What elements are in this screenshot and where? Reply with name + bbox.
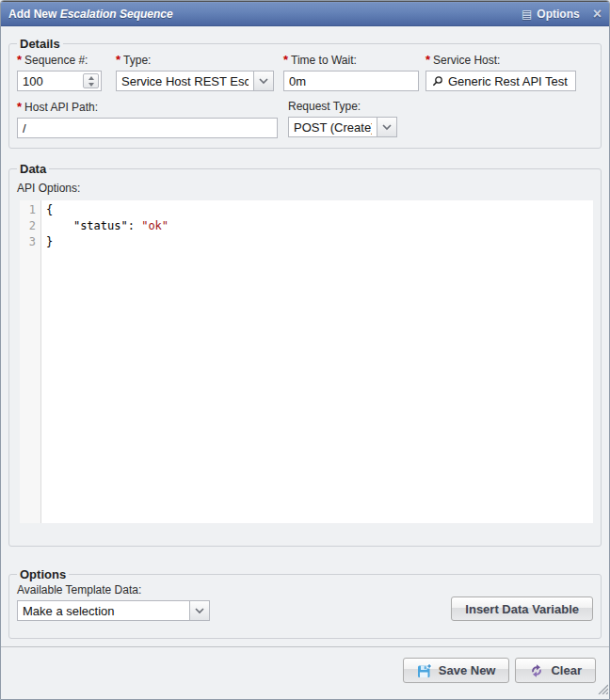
details-row-1: *Sequence #: *Type: [17, 53, 593, 91]
json-property: "status" [73, 219, 128, 232]
code-line: { [46, 202, 593, 218]
sequence-label: *Sequence #: [17, 53, 102, 67]
service-host-field-group: *Service Host: [425, 53, 576, 91]
options-fieldset: Options Available Template Data: Insert … [8, 567, 602, 639]
title-emphasis: Escalation Sequence [60, 8, 173, 21]
search-icon [426, 72, 443, 90]
type-field-group: *Type: [116, 53, 274, 91]
time-to-wait-field-group: *Time to Wait: [283, 53, 419, 91]
required-marker: * [283, 53, 288, 67]
chevron-down-icon[interactable] [377, 118, 396, 136]
required-marker: * [116, 53, 120, 67]
template-data-field-group: Available Template Data: [17, 583, 210, 621]
service-host-label: *Service Host: [425, 53, 576, 67]
insert-data-variable-button[interactable]: Insert Data Variable [451, 597, 593, 621]
type-combobox[interactable] [116, 71, 274, 91]
required-marker: * [425, 53, 430, 67]
code-line: "status": "ok" [46, 218, 593, 234]
api-options-code-editor[interactable]: 1 2 3 { "status": "ok" } [20, 200, 593, 523]
options-row: Available Template Data: Insert Data Var… [17, 583, 593, 621]
time-to-wait-input[interactable] [284, 72, 418, 90]
template-data-label: Available Template Data: [17, 583, 210, 597]
clear-button[interactable]: Clear [515, 658, 596, 683]
host-api-path-field-group: *Host API Path: [17, 100, 278, 138]
options-tool-label: Options [537, 8, 579, 21]
sequence-field-group: *Sequence #: [17, 53, 102, 91]
required-marker: * [17, 100, 22, 114]
title-prefix: Add New [8, 8, 60, 21]
resize-grip-icon[interactable] [597, 681, 608, 698]
data-legend: Data [17, 162, 49, 176]
line-number: 2 [20, 218, 36, 234]
footer-toolbar: Save New Clear [1, 646, 609, 699]
api-options-label: API Options: [17, 182, 593, 195]
floppy-disk-plus-icon [417, 663, 432, 678]
template-data-combobox[interactable] [17, 600, 210, 621]
editor-code-area[interactable]: { "status": "ok" } [41, 200, 593, 523]
spinner-up-icon[interactable] [88, 76, 94, 80]
code-line: } [46, 234, 593, 250]
request-type-field-group: Request Type: [288, 100, 397, 137]
host-api-path-label: *Host API Path: [17, 100, 278, 114]
chevron-down-icon[interactable] [189, 601, 209, 620]
host-api-path-box [17, 118, 278, 138]
time-to-wait-box [283, 71, 419, 91]
up-down-spinner-icon[interactable] [83, 73, 99, 88]
request-type-label: Request Type: [288, 100, 397, 113]
grid-list-icon: ▤ [522, 8, 532, 21]
options-tool-button[interactable]: ▤ Options [522, 8, 580, 21]
type-label: *Type: [116, 53, 274, 67]
options-legend: Options [17, 567, 69, 581]
save-new-button[interactable]: Save New [403, 658, 510, 683]
data-fieldset: Data API Options: 1 2 3 { "status": "ok"… [8, 162, 602, 547]
sequence-input[interactable] [18, 72, 81, 90]
chevron-down-icon[interactable] [253, 72, 273, 90]
time-to-wait-label: *Time to Wait: [283, 53, 419, 67]
template-data-combo-input[interactable] [18, 601, 189, 620]
json-string-value: "ok" [141, 219, 169, 232]
service-host-box [425, 71, 576, 91]
dialog-title: Add New Escalation Sequence [8, 8, 522, 21]
sequence-stepper [17, 71, 102, 91]
request-type-combobox[interactable] [288, 117, 397, 137]
dialog-titlebar[interactable]: Add New Escalation Sequence ▤ Options × [1, 1, 609, 26]
editor-line-number-gutter: 1 2 3 [20, 200, 41, 523]
spinner-down-icon[interactable] [88, 83, 94, 87]
line-number: 1 [20, 202, 36, 218]
add-escalation-dialog: Add New Escalation Sequence ▤ Options × … [0, 0, 610, 700]
type-combo-input[interactable] [117, 72, 253, 90]
details-row-2: *Host API Path: Request Type: [17, 100, 593, 138]
details-fieldset: Details *Sequence #: *Type: [8, 37, 602, 149]
line-number: 3 [20, 234, 36, 250]
refresh-arrows-icon [529, 663, 544, 678]
close-icon[interactable]: × [593, 8, 602, 21]
host-api-path-input[interactable] [18, 119, 277, 137]
service-host-input[interactable] [443, 72, 575, 90]
details-legend: Details [17, 37, 63, 51]
request-type-combo-input[interactable] [289, 118, 377, 136]
required-marker: * [17, 53, 22, 67]
